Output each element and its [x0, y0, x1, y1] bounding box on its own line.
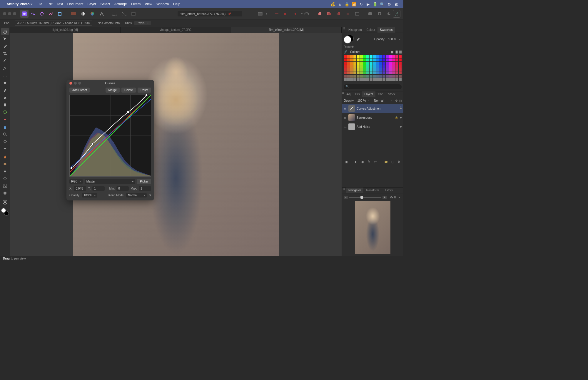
arrange-front-icon[interactable] — [316, 11, 323, 17]
swatch[interactable] — [373, 55, 376, 58]
swatch[interactable] — [389, 75, 392, 78]
visibility-icon[interactable]: ◉ — [344, 116, 347, 119]
max-input[interactable]: 1 — [139, 186, 151, 191]
swatch[interactable] — [392, 78, 395, 81]
swatch[interactable] — [350, 71, 353, 74]
tab-colour[interactable]: Colour — [364, 27, 377, 33]
swatch[interactable] — [370, 65, 372, 68]
swatch[interactable] — [392, 58, 395, 61]
swatch[interactable] — [399, 78, 402, 81]
swatch[interactable] — [370, 58, 372, 61]
swatch[interactable] — [395, 75, 398, 78]
persona-photo[interactable] — [20, 10, 29, 18]
arrange-backward-icon[interactable] — [344, 11, 352, 17]
tab-history[interactable]: History — [381, 188, 395, 193]
auto-wb-icon[interactable] — [98, 11, 106, 17]
swatch[interactable] — [360, 68, 363, 71]
layer-row-curves[interactable]: ◉ Curves Adjustment — [342, 104, 403, 113]
swatch[interactable] — [357, 65, 360, 68]
persona-liquify[interactable] — [29, 10, 37, 18]
swatch[interactable] — [389, 58, 392, 61]
swatch[interactable] — [382, 58, 385, 61]
swatch[interactable] — [395, 68, 398, 71]
add-pie-icon[interactable] — [385, 11, 393, 17]
panel-menu-icon[interactable]: ☰ — [398, 91, 403, 97]
mask-icon[interactable]: ▣ — [344, 159, 349, 164]
visibility-icon[interactable]: ◉ — [344, 107, 347, 110]
swatch[interactable] — [399, 75, 402, 78]
app-name[interactable]: Affinity Photo 2 — [6, 2, 33, 6]
tab-stock[interactable]: Stock — [386, 91, 398, 97]
add-preset-button[interactable]: Add Preset — [69, 88, 90, 93]
link-icon[interactable]: 🔗 — [344, 50, 347, 53]
curves-graph[interactable] — [69, 95, 151, 177]
swatch[interactable] — [373, 65, 376, 68]
swatch[interactable] — [357, 75, 360, 78]
tab-chn[interactable]: Chn — [375, 91, 385, 97]
paint-brush-tool[interactable] — [1, 87, 9, 93]
swatch[interactable] — [366, 78, 369, 81]
swatch[interactable] — [363, 68, 366, 71]
account-icon[interactable] — [393, 10, 400, 18]
swatch[interactable] — [350, 78, 353, 81]
grid-tool[interactable] — [1, 190, 9, 196]
auto-colors-icon[interactable] — [88, 11, 96, 17]
swatch[interactable] — [363, 65, 366, 68]
search-input[interactable] — [344, 84, 402, 89]
solid-icon[interactable] — [399, 51, 402, 53]
swatch[interactable] — [357, 62, 360, 65]
lock-icon[interactable]: 🔒 — [395, 116, 398, 119]
spotlight-icon[interactable]: 🔍 — [379, 2, 386, 6]
menu-window[interactable]: Window — [156, 2, 169, 6]
menu-edit[interactable]: Edit — [46, 2, 53, 6]
color-picker-tool[interactable] — [1, 43, 9, 49]
swatch[interactable] — [344, 58, 347, 61]
window-traffic-lights[interactable] — [3, 12, 16, 15]
swatch[interactable] — [389, 68, 392, 71]
play-icon[interactable]: ▶ — [365, 2, 372, 6]
swatch[interactable] — [363, 58, 366, 61]
tab-navigator[interactable]: Navigator — [346, 188, 363, 193]
fx-icon[interactable]: ◉ — [360, 159, 365, 164]
swatch[interactable] — [366, 65, 369, 68]
auto-levels-icon[interactable] — [70, 11, 77, 17]
smudge-tool[interactable] — [1, 146, 9, 152]
swatch[interactable] — [395, 65, 398, 68]
quick-mask-icon[interactable] — [256, 11, 264, 17]
swatch[interactable] — [344, 71, 347, 74]
menu-text[interactable]: Text — [57, 2, 63, 6]
pen-tool[interactable] — [1, 168, 9, 174]
tab-brs[interactable]: Brs — [353, 91, 362, 97]
sponge-tool[interactable] — [1, 160, 9, 167]
swatch[interactable] — [363, 71, 366, 74]
status-icon[interactable]: 💰 — [329, 2, 336, 6]
swatch[interactable] — [344, 62, 347, 65]
swatch[interactable] — [347, 62, 350, 65]
swatch[interactable] — [399, 58, 402, 61]
layers-opacity-input[interactable]: 100 % — [356, 98, 371, 103]
erase-tool[interactable] — [1, 94, 9, 101]
swatch[interactable] — [373, 62, 376, 65]
swatch[interactable] — [386, 65, 389, 68]
persona-export[interactable] — [56, 10, 64, 18]
swatch[interactable] — [373, 71, 376, 74]
swatch[interactable] — [366, 55, 369, 58]
flood-select-tool[interactable] — [1, 65, 9, 71]
child-indicator-icon[interactable]: ⮑ — [344, 125, 347, 128]
siri-icon[interactable]: ◐ — [393, 2, 400, 6]
curves-dialog[interactable]: Curves Add Preset Merge Delete Reset — [66, 80, 154, 200]
layer-row-noise[interactable]: ⮑ Add Noise — [342, 122, 403, 131]
swatch[interactable] — [382, 55, 385, 58]
deselect-icon[interactable] — [120, 11, 128, 17]
swatch[interactable] — [370, 68, 372, 71]
swatch[interactable] — [386, 78, 389, 81]
swatch[interactable] — [350, 75, 353, 78]
swatch[interactable] — [366, 71, 369, 74]
swatch[interactable] — [363, 78, 366, 81]
reset-button[interactable]: Reset — [138, 88, 151, 93]
swatch[interactable] — [376, 65, 379, 68]
swatch[interactable] — [395, 55, 398, 58]
tab-adj[interactable]: Adj — [344, 91, 353, 97]
swatch[interactable] — [366, 62, 369, 65]
y-input[interactable]: 1 — [92, 186, 105, 191]
